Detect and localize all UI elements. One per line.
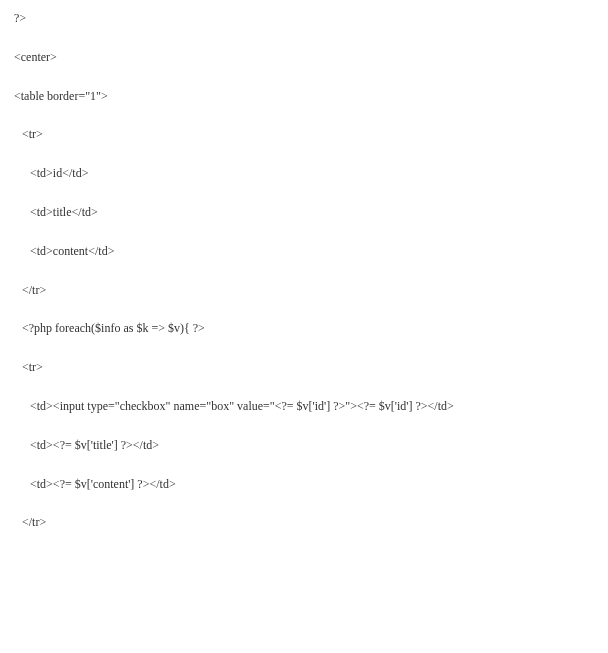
- code-line: <td><?= $v['content'] ?></td>: [14, 476, 594, 493]
- code-line: <center>: [14, 49, 594, 66]
- code-line: </tr>: [14, 514, 594, 531]
- code-line: <td><input type="checkbox" name="box" va…: [14, 398, 594, 415]
- code-snippet: ?> <center> <table border="1"> <tr> <td>…: [0, 0, 608, 569]
- code-line: <td>content</td>: [14, 243, 594, 260]
- code-line: <td>id</td>: [14, 165, 594, 182]
- code-line: <td><?= $v['title'] ?></td>: [14, 437, 594, 454]
- code-line: </tr>: [14, 282, 594, 299]
- code-line: <tr>: [14, 359, 594, 376]
- code-line: <td>title</td>: [14, 204, 594, 221]
- code-line: <?php foreach($info as $k => $v){ ?>: [14, 320, 594, 337]
- code-line: <table border="1">: [14, 88, 594, 105]
- code-line: ?>: [14, 10, 594, 27]
- code-line: <tr>: [14, 126, 594, 143]
